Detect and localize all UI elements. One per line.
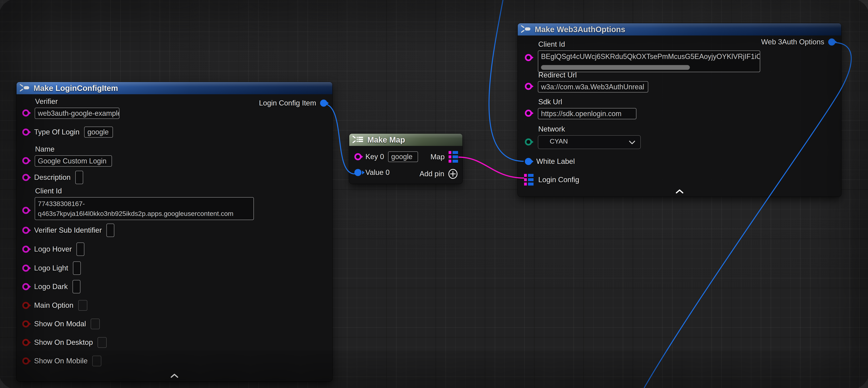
input-pin-show-on-mobile[interactable] (22, 357, 29, 364)
pin-label-show-on-modal: Show On Modal (34, 320, 86, 328)
show-on-mobile-row: Show On Mobile (22, 356, 101, 366)
logo-light-row: Logo Light (22, 262, 81, 275)
input-pin-name[interactable] (22, 157, 29, 164)
pin-label-client-id: Client Id (35, 187, 254, 195)
pin-label-web3auth-options: Web 3Auth Options (761, 38, 824, 46)
node-make-map[interactable]: Make Map Key 0 google Map Value 0 Add pi… (349, 134, 462, 184)
node-header-make-map[interactable]: Make Map (349, 134, 462, 146)
input-pin-redirect-url[interactable] (525, 83, 532, 90)
pin-label-verifier: Verifier (35, 97, 119, 106)
pin-label-sdk-url: Sdk Url (538, 98, 637, 106)
pin-label-key-0: Key 0 (365, 153, 384, 161)
network-selected-value: CYAN (550, 138, 568, 145)
client-id-input[interactable]: 774338308167- q463s7kpvja16l4l0kko3nb925… (35, 197, 254, 220)
node-header-make-loginconfigitem[interactable]: Make LoginConfigItem (17, 82, 332, 94)
redirect-url-group: Redirect Url w3a://com.w3a.Web3AuthUnrea… (538, 71, 648, 92)
pin-label-show-on-desktop: Show On Desktop (34, 338, 93, 347)
make-struct-icon (20, 84, 30, 93)
key-0-row: Key 0 google (354, 151, 418, 162)
login-config-row: Login Config (524, 174, 579, 186)
logo-dark-input[interactable] (72, 280, 81, 293)
output-pin-login-config-item[interactable] (320, 99, 327, 107)
pin-label-show-on-mobile: Show On Mobile (34, 357, 88, 365)
client-id-value: 774338308167- q463s7kpvja16l4l0kko3nb925… (38, 199, 234, 218)
output-row-map: Map (430, 151, 459, 163)
pin-label-network: Network (538, 125, 641, 133)
main-option-row: Main Option (22, 300, 87, 311)
pin-label-redirect-url: Redirect Url (538, 71, 648, 79)
show-on-desktop-row: Show On Desktop (22, 337, 106, 348)
input-pin-show-on-desktop[interactable] (22, 339, 29, 346)
input-pin-main-option[interactable] (22, 302, 29, 309)
input-pin-verifier-sub-identifier[interactable] (22, 227, 29, 234)
sdk-url-input[interactable]: https://sdk.openlogin.com (538, 108, 637, 119)
network-group: Network CYAN (538, 125, 641, 149)
logo-light-input[interactable] (73, 262, 81, 275)
redirect-url-input[interactable]: w3a://com.w3a.Web3AuthUnreal (538, 81, 648, 92)
pin-label-verifier-sub-identifier: Verifier Sub Identifier (34, 226, 102, 234)
pin-label-logo-dark: Logo Dark (34, 282, 68, 291)
description-row: Description (22, 171, 83, 184)
verifier-input[interactable]: web3auth-google-example (35, 108, 119, 119)
node-make-web3authoptions[interactable]: Make Web3AuthOptions Web 3Auth Options C… (518, 23, 841, 197)
type-of-login-value: google (87, 128, 108, 136)
input-pin-network[interactable] (525, 139, 532, 146)
client-id-group: Client Id 774338308167- q463s7kpvja16l4l… (35, 187, 254, 220)
main-option-checkbox[interactable] (78, 300, 87, 311)
name-value: Google Custom Login (38, 157, 106, 165)
input-pin-logo-dark[interactable] (22, 283, 29, 290)
pin-label-map: Map (430, 153, 445, 161)
input-pin-client-id[interactable] (22, 207, 29, 214)
show-on-desktop-checkbox[interactable] (98, 337, 106, 348)
input-pin-value-0[interactable] (354, 169, 362, 176)
blueprint-graph-canvas[interactable]: Make LoginConfigItem Login Config Item V… (0, 0, 868, 388)
input-pin-type-of-login[interactable] (22, 128, 29, 136)
output-row-web3auth-options: Web 3Auth Options (761, 38, 835, 46)
pin-label-login-config: Login Config (538, 176, 579, 184)
field-scrollbar-thumb[interactable] (541, 65, 690, 70)
name-input[interactable]: Google Custom Login (35, 155, 112, 167)
node-header-make-web3authoptions[interactable]: Make Web3AuthOptions (518, 23, 841, 35)
logo-dark-row: Logo Dark (22, 280, 81, 293)
network-dropdown[interactable]: CYAN (538, 135, 641, 149)
input-pin-white-label[interactable] (525, 158, 532, 165)
input-pin-verifier[interactable] (22, 110, 29, 117)
pin-label-main-option: Main Option (34, 301, 73, 309)
chevron-up-icon (170, 374, 178, 378)
pin-label-logo-hover: Logo Hover (34, 245, 72, 253)
node-title: Make LoginConfigItem (33, 84, 118, 93)
add-pin-label: Add pin (420, 170, 444, 178)
add-pin-button[interactable]: Add pin (420, 169, 458, 179)
input-pin-description[interactable] (22, 174, 29, 181)
collapse-node-button[interactable] (170, 374, 178, 379)
show-on-mobile-checkbox[interactable] (92, 356, 101, 366)
input-pin-client-id[interactable] (525, 54, 532, 61)
pin-label-logo-light: Logo Light (34, 264, 68, 272)
output-row-login-config-item: Login Config Item (259, 99, 327, 107)
node-title: Make Map (367, 136, 405, 144)
pin-label-value-0: Value 0 (365, 168, 390, 177)
name-group: Name Google Custom Login (35, 145, 112, 167)
type-of-login-input[interactable]: google (84, 126, 113, 138)
verifier-value: web3auth-google-example (38, 109, 119, 118)
pin-label-description: Description (34, 173, 70, 182)
output-pin-web3auth-options[interactable] (828, 38, 835, 46)
logo-hover-input[interactable] (76, 242, 84, 256)
node-title: Make Web3AuthOptions (535, 25, 625, 34)
key-0-input[interactable]: google (388, 151, 418, 162)
node-make-loginconfigitem[interactable]: Make LoginConfigItem Login Config Item V… (17, 82, 332, 381)
client-id-input[interactable]: BEglQSgt4cUWcj6SKRdu5QkOXTsePmMcusG5EAoy… (538, 51, 760, 72)
verifier-sub-identifier-input[interactable] (106, 223, 114, 237)
show-on-modal-checkbox[interactable] (91, 319, 100, 329)
pin-label-client-id: Client Id (538, 40, 760, 49)
map-pin-icon[interactable] (448, 151, 459, 163)
collapse-node-button[interactable] (676, 189, 684, 194)
input-pin-logo-light[interactable] (22, 265, 29, 272)
description-input[interactable] (75, 171, 83, 184)
input-pin-key-0[interactable] (354, 153, 362, 160)
input-pin-sdk-url[interactable] (525, 110, 532, 117)
input-pin-logo-hover[interactable] (22, 246, 29, 253)
logo-hover-row: Logo Hover (22, 242, 84, 256)
input-pin-show-on-modal[interactable] (22, 320, 29, 327)
login-config-map-pin-icon[interactable] (524, 174, 534, 186)
